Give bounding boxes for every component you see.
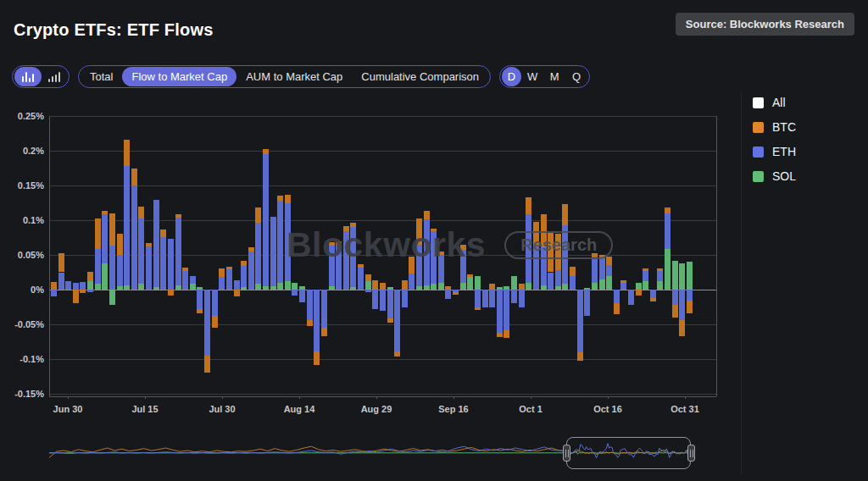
bar-segment-btc — [204, 356, 210, 373]
bar-segment-eth — [350, 227, 356, 287]
tab-cumulative-comparison[interactable]: Cumulative Comparison — [352, 67, 488, 86]
bar-segment-eth — [336, 245, 342, 290]
bar-segment-sol — [555, 286, 561, 290]
legend-label-sol: SOL — [772, 169, 796, 183]
bar-segment-btc — [372, 280, 378, 290]
bar-segment-eth — [519, 290, 525, 307]
bar-segment-eth — [620, 283, 626, 290]
bar-segment-eth — [402, 290, 408, 307]
bar-segment-sol — [665, 249, 670, 290]
bar-segment-eth — [504, 290, 509, 330]
bar-segment-eth — [95, 249, 101, 284]
navigator-selected-range[interactable] — [566, 437, 691, 469]
bar-segment-eth — [482, 290, 488, 307]
bar-segment-btc — [73, 290, 79, 303]
bar-segment-eth — [175, 218, 181, 285]
bar-segment-btc — [387, 318, 393, 322]
tab-total[interactable]: Total — [81, 67, 122, 86]
bar-segment-btc — [526, 197, 531, 215]
bar-segment-btc — [562, 204, 568, 225]
x-axis-label: Oct 31 — [670, 404, 699, 414]
bar-segment-sol — [672, 261, 678, 290]
bar-segment-eth — [124, 166, 130, 285]
bar-segment-btc — [657, 268, 663, 271]
bar-segment-eth — [424, 219, 430, 285]
all-swatch — [753, 97, 764, 108]
bar-segment-eth — [628, 290, 634, 305]
bar-segment-eth — [277, 201, 283, 283]
page-title: Crypto ETFs: ETF Flows — [14, 20, 214, 40]
bar-segment-sol — [511, 276, 517, 290]
bar-segment-eth — [511, 290, 517, 303]
gridline — [49, 394, 716, 395]
x-axis-line — [49, 396, 716, 397]
bar-segment-eth — [650, 290, 656, 298]
x-axis-tick — [145, 396, 146, 399]
period-quarterly-button[interactable]: Q — [565, 67, 587, 86]
bar-segment-btc — [614, 303, 620, 313]
legend-item-sol[interactable]: SOL — [753, 169, 796, 183]
legend-label-eth: ETH — [772, 145, 796, 158]
blockworks-watermark-text: Blockworks — [287, 225, 486, 265]
sol-swatch — [753, 171, 764, 182]
bar-segment-eth — [131, 185, 137, 290]
bar-segment-eth — [416, 245, 422, 286]
bar-segment-eth — [197, 290, 203, 309]
bar-segment-btc — [424, 211, 430, 219]
bar-segment-eth — [73, 283, 79, 290]
bar-segment-sol — [679, 263, 685, 290]
bar-segment-eth — [255, 223, 261, 284]
bar-segment-eth — [657, 271, 663, 281]
bar-segment-eth — [526, 214, 531, 282]
bar-segment-btc — [277, 196, 283, 201]
bar-segment-eth — [343, 231, 349, 290]
bar-segment-sol — [124, 285, 130, 290]
x-axis-label: Aug 14 — [284, 404, 315, 414]
bar-segment-btc — [102, 211, 108, 215]
bar-segment-btc — [255, 207, 261, 223]
bar-segment-eth — [548, 273, 554, 290]
bar-segment-btc — [80, 290, 86, 293]
x-axis-label: Aug 29 — [361, 404, 392, 414]
bar-segment-eth — [102, 214, 108, 263]
legend-item-eth[interactable]: ETH — [753, 145, 796, 158]
bar-segment-btc — [416, 218, 422, 244]
bar-segment-eth — [358, 268, 364, 290]
tab-aum-to-market-cap[interactable]: AUM to Market Cap — [236, 67, 352, 86]
grouped-bar-chart-button[interactable] — [42, 67, 67, 86]
stacked-bar-chart-icon — [22, 72, 34, 82]
legend-item-btc[interactable]: BTC — [753, 120, 796, 134]
bar-segment-btc — [87, 272, 93, 281]
bar-segment-eth — [204, 290, 210, 356]
y-axis-line-right — [716, 116, 717, 396]
bar-segment-btc — [138, 207, 144, 218]
bar-segment-btc — [679, 320, 685, 336]
bar-segment-btc — [460, 245, 466, 251]
x-axis-label: Sep 16 — [438, 404, 468, 414]
bar-segment-btc — [336, 241, 342, 245]
period-daily-button[interactable]: D — [502, 67, 521, 86]
bar-segment-sol — [95, 284, 101, 290]
navigator-handle-left[interactable] — [563, 445, 570, 462]
bar-segment-eth — [292, 290, 298, 296]
gridline — [49, 185, 716, 186]
stacked-bar-chart-button[interactable] — [14, 67, 42, 86]
period-weekly-button[interactable]: W — [521, 67, 543, 86]
period-monthly-button[interactable]: M — [543, 67, 565, 86]
bar-segment-btc — [117, 234, 123, 255]
toolbar: Total Flow to Market Cap AUM to Market C… — [12, 65, 590, 88]
tab-flow-to-market-cap[interactable]: Flow to Market Cap — [122, 67, 236, 86]
bar-segment-eth — [497, 290, 503, 333]
bar-segment-eth — [65, 281, 71, 290]
bar-segment-eth — [241, 266, 247, 287]
y-axis-label: 0.25% — [5, 111, 44, 121]
bar-segment-sol — [592, 283, 598, 290]
bar-segment-eth — [665, 213, 670, 249]
bar-segment-btc — [109, 213, 115, 246]
bar-segment-eth — [226, 269, 232, 290]
legend-item-all[interactable]: All — [753, 96, 796, 109]
navigator-handle-right[interactable] — [687, 445, 695, 462]
bar-segment-sol — [526, 283, 531, 290]
bar-segment-btc — [533, 222, 539, 246]
bar-segment-btc — [555, 234, 561, 270]
